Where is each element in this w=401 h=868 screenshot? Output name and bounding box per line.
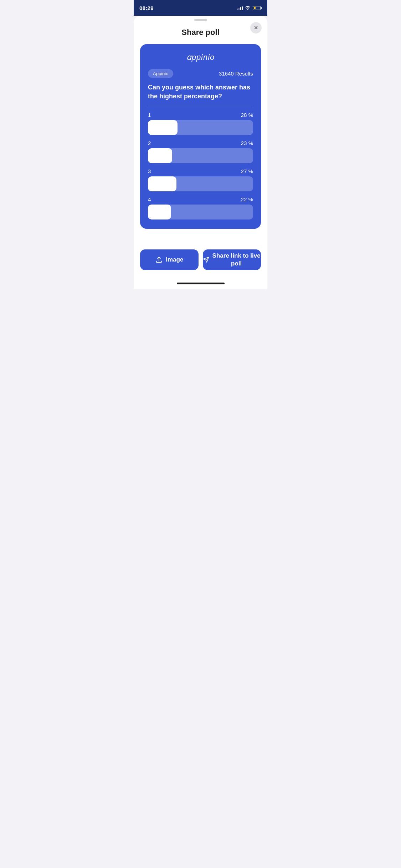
- option-2-number: 2: [148, 140, 151, 146]
- upload-icon: [155, 256, 163, 264]
- status-time: 08:29: [139, 5, 154, 11]
- poll-option-2: 2 23 %: [148, 140, 253, 163]
- option-4-bar-track: [148, 205, 253, 219]
- option-3-bar-track: [148, 176, 253, 191]
- image-button[interactable]: Image: [140, 249, 199, 270]
- share-sheet: ✕ Share poll ɑppinio Appinio 31640 Resul…: [134, 16, 267, 289]
- option-3-percent: 27 %: [241, 168, 253, 174]
- status-bar: 08:29: [134, 0, 267, 16]
- option-1-percent: 28 %: [241, 112, 253, 118]
- poll-question: Can you guess which answer has the highe…: [148, 83, 253, 106]
- option-4-percent: 22 %: [241, 196, 253, 202]
- option-4-bar-fill: [148, 205, 171, 219]
- option-4-number: 4: [148, 196, 151, 202]
- status-icons: [237, 5, 262, 11]
- option-1-number: 1: [148, 112, 151, 118]
- appinio-logo: ɑppinio: [148, 53, 253, 62]
- brand-badge: Appinio: [148, 69, 173, 78]
- drag-handle[interactable]: [194, 19, 207, 21]
- option-2-bar-fill: [148, 148, 172, 163]
- bottom-buttons: Image Share link to live poll: [134, 242, 267, 277]
- home-indicator: [134, 277, 267, 289]
- option-1-bar-track: [148, 120, 253, 135]
- share-link-label: Share link to live poll: [212, 252, 261, 268]
- option-3-number: 3: [148, 168, 151, 174]
- home-bar: [177, 283, 225, 284]
- option-1-bar-fill: [148, 120, 178, 135]
- close-button[interactable]: ✕: [250, 22, 262, 33]
- poll-option-4: 4 22 %: [148, 196, 253, 219]
- poll-options: 1 28 % 2 23 % 3 27 %: [148, 112, 253, 219]
- sheet-title: Share poll: [134, 28, 267, 37]
- option-2-bar-track: [148, 148, 253, 163]
- results-count: 31640 Results: [219, 71, 253, 77]
- poll-card-header: Appinio 31640 Results: [148, 69, 253, 78]
- share-link-button[interactable]: Share link to live poll: [203, 249, 261, 270]
- poll-card: ɑppinio Appinio 31640 Results Can you gu…: [140, 44, 261, 229]
- image-button-label: Image: [166, 256, 183, 263]
- signal-icon: [237, 6, 243, 10]
- poll-option-1: 1 28 %: [148, 112, 253, 135]
- option-3-bar-fill: [148, 176, 176, 191]
- send-icon: [203, 256, 209, 264]
- wifi-icon: [245, 5, 251, 11]
- poll-option-3: 3 27 %: [148, 168, 253, 191]
- option-2-percent: 23 %: [241, 140, 253, 146]
- battery-icon: [253, 6, 262, 10]
